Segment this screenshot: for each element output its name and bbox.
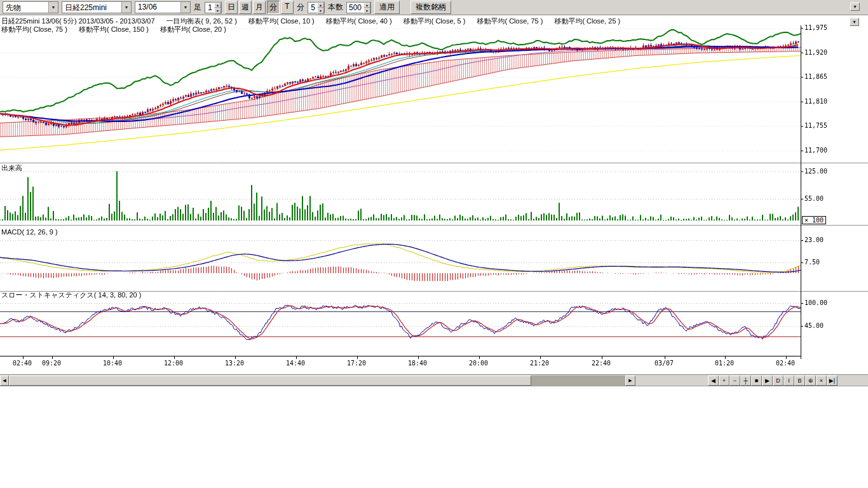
play-button[interactable]: ▶ bbox=[762, 376, 773, 386]
spinner-arrows-icon[interactable]: ▲ ▼ bbox=[317, 3, 324, 13]
main-toolbar: 先物 ▼ 日経225mini ▼ 13/06 ▼ 足 1 ▲ ▼ 日週月分T 分… bbox=[0, 0, 868, 15]
minute-value: 5 bbox=[308, 3, 317, 13]
price-axis-label: 11,700 bbox=[804, 147, 827, 154]
volume-axis-label: 125.00 bbox=[804, 168, 827, 175]
spin-up-icon[interactable]: ▲ bbox=[317, 3, 324, 8]
time-axis-label: 20:00 bbox=[469, 360, 488, 367]
time-axis-label: 12:00 bbox=[164, 360, 183, 367]
chart-toolbar: ◀+−┼■▶DIB⊕×▶| bbox=[708, 376, 837, 386]
timeframe-label: 足 bbox=[194, 2, 201, 13]
bars-label: 本数 bbox=[328, 2, 343, 13]
time-axis-label: 09:20 bbox=[42, 360, 61, 367]
instrument-type-value: 先物 bbox=[3, 2, 48, 13]
indicator-legend-item: 移動平均( Close, 40 ) bbox=[326, 17, 392, 26]
spin-up-icon[interactable]: ▲ bbox=[363, 3, 370, 8]
minute-stepper[interactable]: 5 ▲ ▼ bbox=[308, 2, 325, 13]
time-axis-label: 10:40 bbox=[103, 360, 122, 367]
data-window-button[interactable]: D bbox=[773, 376, 783, 386]
apply-button[interactable]: 適用 bbox=[374, 1, 400, 14]
toolbar-dropdown-button[interactable]: ▼ bbox=[850, 3, 860, 11]
period-month-button[interactable]: 月 bbox=[253, 1, 266, 14]
contract-month-value: 13/06 bbox=[135, 2, 180, 13]
indicator-legend-item: 移動平均( Close, 10 ) bbox=[248, 17, 315, 26]
indicator-legend-item: 移動平均( Close, 5 ) bbox=[403, 17, 466, 26]
chevron-down-icon[interactable]: ▼ bbox=[48, 2, 58, 13]
time-axis-label: 17:20 bbox=[347, 360, 366, 367]
scroll-end-button[interactable]: ▶| bbox=[827, 376, 837, 386]
time-axis-label: 02:40 bbox=[13, 360, 32, 367]
time-axis-label: 21:20 bbox=[530, 360, 549, 367]
time-axis-label: 13:20 bbox=[225, 360, 244, 367]
magnify-button[interactable]: ⊕ bbox=[805, 376, 816, 386]
indicator-button[interactable]: I bbox=[783, 376, 794, 386]
spinner-arrows-icon[interactable]: ▲ ▼ bbox=[363, 3, 370, 13]
bars-value: 500 bbox=[347, 3, 363, 13]
volume-multiplier-badge: × 100 bbox=[802, 216, 826, 224]
board-button[interactable]: B bbox=[794, 376, 805, 386]
price-axis-label: 11,755 bbox=[804, 122, 827, 129]
zoom-out-button[interactable]: − bbox=[729, 376, 740, 386]
scroll-left-button[interactable]: ◀ bbox=[0, 376, 9, 386]
price-chart-canvas[interactable] bbox=[0, 14, 868, 375]
scroll-right-button[interactable]: ▶ bbox=[625, 376, 635, 386]
instrument-type-select[interactable]: 先物 ▼ bbox=[3, 1, 58, 13]
zoom-in-button[interactable]: + bbox=[719, 376, 729, 386]
symbol-value: 日経225mini bbox=[62, 2, 121, 13]
stochastics-panel-label: スロー・ストキャスティクス( 14, 3, 80, 20 ) bbox=[1, 290, 141, 300]
volume-axis-label: 55.00 bbox=[804, 195, 824, 202]
price-axis-label: 11,920 bbox=[804, 49, 827, 56]
price-axis-label: 11,865 bbox=[804, 73, 827, 80]
spin-down-icon[interactable]: ▼ bbox=[317, 8, 324, 14]
period-week-button[interactable]: 週 bbox=[239, 1, 252, 14]
price-axis-label: 11,810 bbox=[804, 98, 827, 105]
period-button-group: 日週月分T bbox=[225, 1, 294, 14]
price-axis-label: 11,975 bbox=[804, 24, 827, 31]
timeframe-stepper[interactable]: 1 ▲ ▼ bbox=[205, 2, 222, 13]
time-axis-label: 03/07 bbox=[654, 360, 674, 367]
time-axis-label: 18:40 bbox=[408, 360, 427, 367]
minute-label: 分 bbox=[297, 2, 304, 13]
indicator-legend-item: 移動平均( Close, 75 ) bbox=[477, 17, 543, 26]
bars-stepper[interactable]: 500 ▲ ▼ bbox=[346, 2, 371, 13]
period-day-button[interactable]: 日 bbox=[225, 1, 238, 14]
spin-up-icon[interactable]: ▲ bbox=[214, 3, 221, 8]
spin-down-icon[interactable]: ▼ bbox=[214, 8, 221, 14]
stoch-axis-label: 100.00 bbox=[804, 299, 827, 306]
multi-symbol-button[interactable]: 複数銘柄 bbox=[410, 1, 451, 14]
scroll-start-button[interactable]: ◀ bbox=[708, 376, 719, 386]
indicator-legend-item: 移動平均( Close, 20 ) bbox=[160, 25, 226, 34]
indicator-legend-item: 移動平均( Close, 25 ) bbox=[554, 17, 620, 26]
time-axis-label: 14:40 bbox=[286, 360, 305, 367]
contract-month-select[interactable]: 13/06 ▼ bbox=[135, 1, 191, 13]
spinner-arrows-icon[interactable]: ▲ ▼ bbox=[214, 3, 221, 13]
bottom-bar: ◀ ▶ ◀+−┼■▶DIB⊕×▶| bbox=[0, 374, 868, 386]
indicator-legend-row2: 移動平均( Close, 75 )移動平均( Close, 150 )移動平均(… bbox=[1, 25, 226, 34]
macd-panel-label: MACD( 12, 26, 9 ) bbox=[1, 228, 58, 236]
period-minute-button[interactable]: 分 bbox=[267, 1, 280, 14]
macd-axis-label: 7.50 bbox=[804, 259, 820, 266]
stop-button[interactable]: ■ bbox=[751, 376, 762, 386]
symbol-select[interactable]: 日経225mini ▼ bbox=[62, 1, 132, 13]
stoch-axis-label: 45.00 bbox=[804, 322, 824, 329]
macd-axis-label: 23.00 bbox=[804, 236, 824, 243]
time-axis-label: 01:20 bbox=[715, 360, 734, 367]
volume-panel-label: 出来高 bbox=[1, 163, 22, 173]
time-axis-label: 22:40 bbox=[592, 360, 611, 367]
scrollbar-track[interactable] bbox=[531, 376, 625, 386]
chart-application-window: 先物 ▼ 日経225mini ▼ 13/06 ▼ 足 1 ▲ ▼ 日週月分T 分… bbox=[0, 0, 868, 386]
indicator-legend-item: 移動平均( Close, 75 ) bbox=[1, 25, 67, 34]
period-tick-button[interactable]: T bbox=[281, 1, 294, 14]
crosshair-button[interactable]: ┼ bbox=[740, 376, 751, 386]
time-axis-label: 02:40 bbox=[776, 360, 795, 367]
close-button[interactable]: × bbox=[816, 376, 827, 386]
indicator-legend-item: 移動平均( Close, 150 ) bbox=[79, 25, 149, 34]
spin-down-icon[interactable]: ▼ bbox=[363, 8, 370, 14]
chevron-down-icon[interactable]: ▼ bbox=[180, 2, 190, 13]
scrollbar-thumb[interactable] bbox=[9, 376, 531, 386]
chevron-down-icon[interactable]: ▼ bbox=[121, 2, 131, 13]
timeframe-value: 1 bbox=[205, 3, 214, 13]
